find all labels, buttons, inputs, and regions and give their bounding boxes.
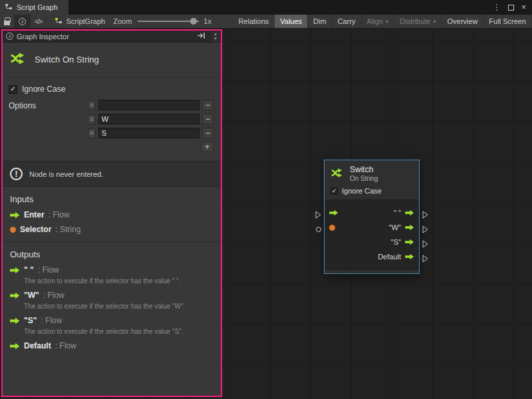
remove-option-button[interactable]: − [202,128,213,138]
graph-inspector-panel: i Graph Inspector ▲ ▼ Switch On String ✓… [1,29,222,397]
port-label: " " [394,209,401,217]
option-input[interactable] [98,128,200,138]
external-flow-output-port[interactable] [422,255,428,265]
external-flow-output-port[interactable] [422,240,428,250]
dim-button[interactable]: Dim [308,15,332,28]
flow-output-port-icon[interactable] [405,209,414,216]
input-row: Selector : String [10,225,213,234]
code-view-button[interactable]: </> [31,15,47,28]
flow-port-icon [10,267,20,274]
port-row: "W" [325,220,419,235]
port-name: "W" [24,291,39,300]
flow-port-icon [10,211,20,219]
menu-icon[interactable]: ⋮ [493,3,501,12]
warning-icon: ! [10,168,23,180]
scroll-up-icon[interactable]: ▲ [213,32,217,37]
port-name: " " [24,265,34,275]
remove-option-button[interactable]: − [202,100,213,110]
graph-window-icon [5,3,13,12]
output-row: "S" : Flow [10,316,213,325]
node-header[interactable]: Switch On String ✓ Ignore Case [325,160,419,200]
scroll-down-icon[interactable]: ▼ [213,37,217,41]
option-row: = − [88,100,213,110]
node-footer[interactable] [325,270,419,273]
inputs-section: Inputs Enter : Flow Selector : String [3,187,221,239]
checkbox-icon[interactable]: ✓ [9,85,17,94]
value-port-icon [10,227,16,233]
warning-text: Node is never entered. [29,170,103,178]
graph-toolbar: i </> ScriptGraph Zoom 1x Relations Valu… [0,15,532,29]
flow-input-port-icon[interactable] [329,209,338,216]
port-row: Default [325,249,419,264]
ignore-case-checkbox-row[interactable]: ✓ Ignore Case [9,84,215,94]
script-graph-icon [55,17,63,26]
window-tab-bar: Script Graph ⋮ × [0,0,532,15]
graph-breadcrumb[interactable]: ScriptGraph [47,15,110,28]
scrollbar-arrows[interactable]: ▲ ▼ [211,31,219,42]
port-label: Default [378,253,401,261]
switch-icon [330,166,344,182]
carry-button[interactable]: Carry [332,15,362,28]
options-list: = − = − = − + [88,100,213,152]
option-input[interactable] [98,100,200,110]
inspector-toggle-button[interactable]: i [15,15,31,28]
flow-port-icon [10,292,20,299]
options-label: Options [9,100,88,152]
selector-input-port-icon[interactable] [329,225,335,231]
external-flow-output-port[interactable] [422,211,428,221]
flow-output-port-icon[interactable] [405,224,414,231]
close-icon[interactable]: × [521,3,526,12]
lock-button[interactable] [0,15,15,28]
zoom-slider-knob[interactable] [190,18,197,25]
lock-icon [4,21,10,25]
port-type: : Flow [38,265,59,275]
ignore-case-label: Ignore Case [22,84,65,94]
node-ignore-case-checkbox[interactable]: ✓ Ignore Case [331,187,414,195]
external-flow-output-port[interactable] [422,225,428,235]
flow-output-port-icon[interactable] [405,253,414,260]
option-input[interactable] [98,114,200,124]
external-selector-port[interactable] [316,227,321,232]
output-row: "W" : Flow [10,291,213,300]
node-ignore-case-label: Ignore Case [342,187,382,195]
port-type: : Flow [41,316,62,325]
toolbar-buttons: Relations Values Dim Carry Align ▾ Distr… [233,15,532,28]
tab-title: Script Graph [17,3,58,11]
port-type: : String [55,225,80,234]
dock-icon[interactable] [197,32,205,41]
fullscreen-button[interactable]: Full Screen [483,15,532,28]
maximize-icon[interactable] [508,5,514,11]
port-name: Enter [24,210,45,219]
switch-node[interactable]: Switch On String ✓ Ignore Case " " "W" "… [324,160,420,274]
port-row: "S" [325,235,419,249]
align-button[interactable]: Align ▾ [362,15,394,28]
drag-handle-icon[interactable]: = [88,128,96,138]
node-title: Switch [350,165,378,174]
drag-handle-icon[interactable]: = [88,100,96,110]
tab-script-graph[interactable]: Script Graph [0,0,68,15]
external-flow-input-port[interactable] [315,211,321,221]
input-row: Enter : Flow [10,210,213,219]
overview-button[interactable]: Overview [442,15,484,28]
add-option-button[interactable]: + [201,142,213,152]
port-name: Selector [20,225,51,234]
check-icon: ✓ [10,86,15,92]
distribute-label: Distribute [400,17,430,25]
port-name: Default [24,341,51,350]
option-row: = − [88,128,213,138]
checkbox-icon[interactable]: ✓ [331,188,338,195]
values-button[interactable]: Values [275,15,308,28]
port-type: : Flow [49,210,70,219]
drag-handle-icon[interactable]: = [88,114,96,124]
distribute-button[interactable]: Distribute ▾ [394,15,442,28]
zoom-slider[interactable] [138,21,199,22]
flow-port-icon [10,342,20,350]
node-title-header: Switch On String [3,43,221,78]
relations-button[interactable]: Relations [233,15,275,28]
warning-banner: ! Node is never entered. [3,161,221,187]
info-icon: i [6,33,13,40]
flow-output-port-icon[interactable] [405,239,414,245]
remove-option-button[interactable]: − [202,114,213,124]
zoom-value: 1x [202,15,217,28]
chevron-down-icon: ▾ [434,19,436,25]
